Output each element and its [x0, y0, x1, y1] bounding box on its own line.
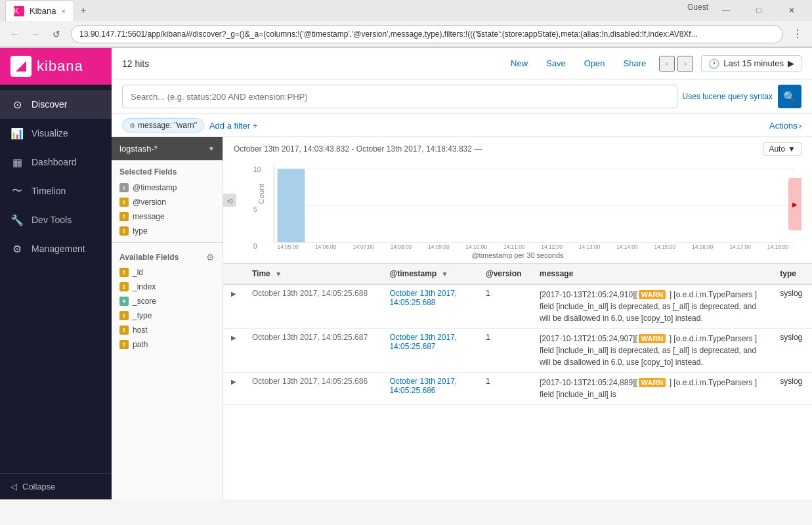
- index-pattern[interactable]: logstash-* ▼: [112, 137, 223, 161]
- search-icon: 🔍: [783, 91, 796, 103]
- fields-gear-icon[interactable]: ⚙: [206, 252, 215, 262]
- field-id[interactable]: t _id: [112, 265, 223, 280]
- chart-area: ◁ October 13th 2017, 14:03:43.832 - Octo…: [223, 137, 812, 264]
- expand-btn[interactable]: ▶: [223, 329, 244, 373]
- col-version[interactable]: @version: [478, 264, 532, 284]
- share-btn[interactable]: Share: [618, 56, 652, 71]
- actions-chevron: ›: [799, 121, 801, 131]
- sidebar-item-dashboard[interactable]: ▦ Dashboard: [0, 148, 112, 177]
- expand-btn[interactable]: ▶: [223, 373, 244, 405]
- histogram: 0 5 10 Count 14:05:00 14:: [253, 158, 801, 250]
- sidebar-item-devtools[interactable]: 🔧 Dev Tools: [0, 205, 112, 234]
- col-message[interactable]: message: [532, 264, 772, 284]
- field-path[interactable]: t path: [112, 337, 223, 352]
- save-btn[interactable]: Save: [541, 56, 571, 71]
- time-cell: October 13th 2017, 14:05:25.688: [244, 284, 381, 329]
- open-btn[interactable]: Open: [579, 56, 610, 71]
- available-fields-row: Available Fields ⚙: [112, 247, 223, 265]
- field-type-type: t: [119, 226, 129, 236]
- timestamp-cell: October 13th 2017, 14:05:25.687: [381, 329, 478, 373]
- field-type-t: t: [119, 198, 129, 207]
- svg-text:14:13:00: 14:13:00: [579, 243, 601, 250]
- browser-tab[interactable]: K Kibana ×: [5, 0, 74, 21]
- search-btn[interactable]: 🔍: [778, 85, 801, 108]
- field-version[interactable]: t @version: [112, 195, 223, 209]
- url-bar[interactable]: [71, 25, 783, 43]
- chart-expand-btn[interactable]: ▶: [788, 178, 801, 230]
- field-doctype[interactable]: t _type: [112, 308, 223, 323]
- sidebar-item-visualize[interactable]: 📊 Visualize: [0, 119, 112, 148]
- collapse-btn[interactable]: ◁ Collapse: [11, 482, 101, 492]
- timelion-icon: 〜: [11, 184, 24, 198]
- col-type[interactable]: type: [772, 264, 812, 284]
- collapse-label: Collapse: [22, 482, 56, 492]
- sidebar-label-devtools: Dev Tools: [32, 215, 72, 225]
- browser-menu-btn[interactable]: ⋮: [788, 25, 807, 43]
- top-bar: 12 hits New Save Open Share ‹ › 🕐 Last 1…: [112, 48, 812, 79]
- field-name-type: type: [133, 226, 148, 236]
- type-cell: syslog: [772, 284, 812, 329]
- minimize-btn[interactable]: —: [711, 3, 741, 18]
- kibana-title: kibana: [37, 58, 83, 75]
- chart-collapse-btn[interactable]: ◁: [223, 194, 236, 207]
- clock-icon: 🕐: [708, 58, 719, 69]
- field-score[interactable]: # _score: [112, 294, 223, 308]
- col-time[interactable]: Time ▼: [244, 264, 381, 284]
- sidebar-item-management[interactable]: ⚙ Management: [0, 234, 112, 263]
- field-name-host: host: [133, 326, 148, 335]
- close-btn[interactable]: ✕: [777, 3, 807, 18]
- filter-pill[interactable]: ⚙ message: "warn": [122, 118, 204, 133]
- field-type-doctype: t: [119, 311, 129, 320]
- type-cell: syslog: [772, 373, 812, 405]
- svg-text:14:08:00: 14:08:00: [391, 243, 412, 250]
- sidebar-label-dashboard: Dashboard: [32, 157, 77, 167]
- col-timestamp[interactable]: @timestamp ▼: [381, 264, 478, 284]
- svg-text:10: 10: [253, 165, 261, 173]
- forward-btn[interactable]: →: [26, 25, 45, 43]
- new-btn[interactable]: New: [505, 56, 533, 71]
- warn-badge: WARN: [639, 378, 666, 387]
- field-type-path: t: [119, 340, 129, 349]
- time-picker[interactable]: 🕐 Last 15 minutes ▶: [701, 55, 801, 72]
- auto-select[interactable]: Auto ▼: [763, 142, 801, 156]
- time-cell: October 13th 2017, 14:05:25.686: [244, 373, 381, 405]
- ts-sort-icon: ▼: [442, 270, 448, 278]
- sidebar-item-discover[interactable]: ⊙ Discover: [0, 90, 112, 119]
- svg-text:14:11:00: 14:11:00: [503, 243, 525, 250]
- dashboard-icon: ▦: [11, 156, 24, 169]
- expand-icon: ▶: [788, 58, 794, 68]
- actions-btn[interactable]: Actions ›: [769, 121, 801, 131]
- field-host[interactable]: t host: [112, 323, 223, 337]
- field-type-item[interactable]: t type: [112, 224, 223, 238]
- maximize-btn[interactable]: □: [744, 3, 774, 18]
- table-row: ▶ October 13th 2017, 14:05:25.687 Octobe…: [223, 329, 812, 373]
- expand-arrow-icon[interactable]: ▶: [231, 334, 236, 341]
- field-name-id: _id: [133, 268, 143, 277]
- field-timestamp[interactable]: t @timestamp: [112, 180, 223, 195]
- expand-arrow-icon[interactable]: ▶: [231, 378, 236, 385]
- svg-text:K: K: [14, 7, 19, 16]
- new-tab-btn[interactable]: +: [74, 1, 93, 20]
- field-index[interactable]: t _index: [112, 280, 223, 294]
- chart-header: October 13th 2017, 14:03:43.832 - Octobe…: [234, 142, 801, 156]
- collapse-icon: ◁: [11, 482, 17, 492]
- time-prev-btn[interactable]: ‹: [659, 56, 675, 72]
- svg-text:14:09:00: 14:09:00: [428, 243, 450, 250]
- expand-arrow-icon[interactable]: ▶: [231, 290, 236, 297]
- table-row: ▶ October 13th 2017, 14:05:25.686 Octobe…: [223, 373, 812, 405]
- field-message[interactable]: t message: [112, 209, 223, 224]
- table-header-row: Time ▼ @timestamp ▼ @version message typ…: [223, 264, 812, 284]
- lucene-hint[interactable]: Uses lucene query syntax: [683, 92, 773, 101]
- expand-btn[interactable]: ▶: [223, 284, 244, 329]
- tab-close-btn[interactable]: ×: [61, 7, 65, 15]
- top-bar-actions: New Save Open Share ‹ › 🕐 Last 15 minute…: [505, 55, 801, 72]
- sidebar-item-timelion[interactable]: 〜 Timelion: [0, 177, 112, 205]
- field-type-index: t: [119, 282, 129, 291]
- sidebar: kibana ⊙ Discover 📊 Visualize ▦ Dashboar…: [0, 48, 112, 499]
- back-btn[interactable]: ←: [5, 25, 24, 43]
- reload-btn[interactable]: ↺: [47, 25, 66, 43]
- version-cell: 1: [478, 284, 532, 329]
- add-filter-btn[interactable]: Add a filter +: [209, 121, 258, 131]
- search-input[interactable]: [122, 85, 677, 108]
- time-next-btn[interactable]: ›: [677, 56, 693, 72]
